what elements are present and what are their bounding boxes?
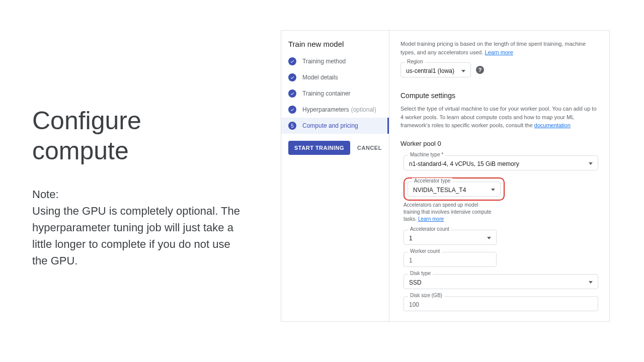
chevron-down-icon (589, 162, 593, 165)
wizard-sidebar: Train new model Training method Model de… (281, 31, 389, 321)
pricing-text: Model training pricing is based on the l… (400, 40, 598, 56)
slide-title-l2: compute (32, 137, 129, 165)
help-icon[interactable]: ? (476, 66, 484, 74)
step-label: Compute and pricing (302, 122, 358, 129)
main-content: Model training pricing is based on the l… (389, 31, 609, 321)
step-label: Hyperparameters (302, 106, 349, 113)
step-number-icon: 5 (288, 122, 296, 130)
step-label: Training method (302, 58, 346, 65)
accel-learn-more-link[interactable]: Learn more (418, 216, 444, 222)
step-training-method[interactable]: Training method (281, 53, 389, 69)
step-model-details[interactable]: Model details (281, 69, 389, 85)
step-optional: (optional) (351, 106, 376, 113)
accelerator-type-value: NVIDIA_TESLA_T4 (413, 187, 466, 194)
region-value: us-central1 (Iowa) (406, 67, 454, 74)
accelerator-help-text: Accelerators can speed up model training… (404, 202, 494, 223)
compute-settings-title: Compute settings (400, 92, 598, 100)
disk-size-label: Disk size (GB) (408, 293, 444, 298)
note-label: Note: (32, 188, 59, 201)
worker-pool-title: Worker pool 0 (400, 140, 598, 147)
region-label: Region (405, 59, 425, 64)
accel-help-body: Accelerators can speed up model training… (404, 202, 492, 222)
check-icon (288, 89, 296, 98)
slide-note: Note: Using the GPU is completely option… (32, 186, 249, 269)
start-training-button[interactable]: START TRAINING (288, 141, 350, 155)
train-model-panel: Train new model Training method Model de… (281, 30, 610, 322)
documentation-link[interactable]: documentation (534, 122, 571, 128)
accelerator-type-select[interactable]: NVIDIA_TESLA_T4 (408, 182, 501, 197)
disk-size-input[interactable] (404, 296, 598, 311)
chevron-down-icon (589, 281, 593, 284)
step-compute-pricing[interactable]: 5 Compute and pricing (281, 118, 389, 134)
note-body: Using the GPU is completely optional. Th… (32, 205, 240, 267)
accelerator-count-select[interactable]: 1 (404, 230, 497, 245)
disk-type-select[interactable]: SSD (404, 274, 598, 289)
learn-more-link[interactable]: Learn more (485, 49, 513, 55)
accelerator-type-label: Accelerator type (412, 178, 452, 184)
worker-count-label: Worker count (408, 248, 442, 254)
machine-type-select[interactable]: n1-standard-4, 4 vCPUs, 15 GiB memory (404, 155, 598, 170)
chevron-down-icon (487, 237, 491, 239)
chevron-down-icon (461, 70, 465, 72)
check-icon (288, 57, 296, 65)
slide-title: Configure compute (32, 106, 249, 166)
worker-count-input[interactable] (404, 252, 497, 267)
accelerator-count-label: Accelerator count (408, 226, 451, 232)
step-hyperparameters[interactable]: Hyperparameters (optional) (281, 102, 389, 118)
chevron-down-icon (491, 189, 495, 191)
step-label: Training container (302, 90, 351, 97)
cancel-button[interactable]: CANCEL (357, 145, 382, 151)
slide-title-l1: Configure (32, 107, 141, 135)
machine-type-label: Machine type * (408, 152, 445, 157)
region-select[interactable]: us-central1 (Iowa) (400, 62, 471, 77)
accelerator-type-highlight: Accelerator type NVIDIA_TESLA_T4 (404, 177, 505, 201)
check-icon (288, 106, 296, 114)
compute-settings-desc: Select the type of virtual machine to us… (400, 105, 598, 130)
step-training-container[interactable]: Training container (281, 85, 389, 102)
disk-type-value: SSD (409, 279, 422, 286)
sidebar-title: Train new model (281, 37, 389, 53)
step-label: Model details (302, 74, 338, 81)
accelerator-count-value: 1 (409, 235, 413, 242)
machine-type-value: n1-standard-4, 4 vCPUs, 15 GiB memory (409, 160, 519, 167)
disk-type-label: Disk type (408, 270, 433, 276)
check-icon (288, 73, 296, 81)
